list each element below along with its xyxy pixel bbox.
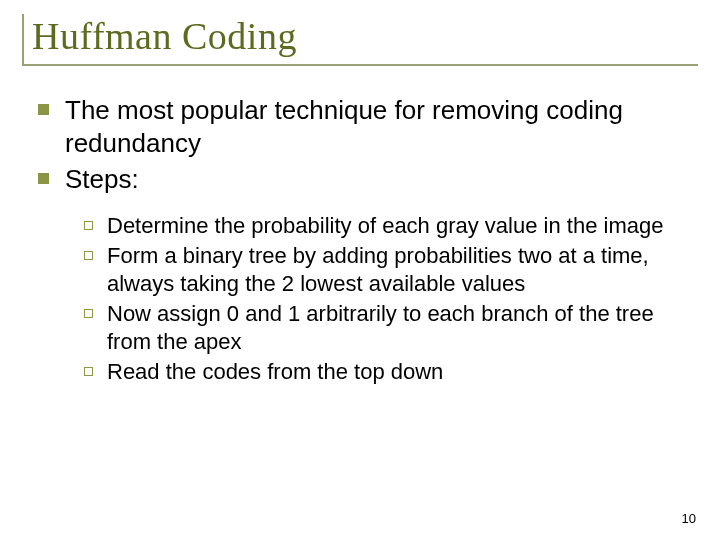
bullet-text: Steps:: [65, 163, 139, 196]
square-bullet-icon: [38, 173, 49, 184]
sub-bullet-text: Form a binary tree by adding probabiliti…: [107, 242, 698, 298]
page-number: 10: [682, 511, 696, 526]
title-container: Huffman Coding: [22, 14, 698, 66]
sub-bullet-text: Determine the probability of each gray v…: [107, 212, 663, 240]
sub-list: Determine the probability of each gray v…: [38, 212, 698, 387]
list-item: The most popular technique for removing …: [38, 94, 698, 159]
list-item: Read the codes from the top down: [84, 358, 698, 386]
hollow-square-bullet-icon: [84, 221, 93, 230]
bullet-text: The most popular technique for removing …: [65, 94, 698, 159]
hollow-square-bullet-icon: [84, 251, 93, 260]
list-item: Determine the probability of each gray v…: [84, 212, 698, 240]
hollow-square-bullet-icon: [84, 309, 93, 318]
list-item: Now assign 0 and 1 arbitrarily to each b…: [84, 300, 698, 356]
content-area: The most popular technique for removing …: [22, 94, 698, 386]
sub-bullet-text: Now assign 0 and 1 arbitrarily to each b…: [107, 300, 698, 356]
list-item: Form a binary tree by adding probabiliti…: [84, 242, 698, 298]
sub-bullet-text: Read the codes from the top down: [107, 358, 443, 386]
square-bullet-icon: [38, 104, 49, 115]
hollow-square-bullet-icon: [84, 367, 93, 376]
slide: Huffman Coding The most popular techniqu…: [0, 0, 720, 540]
slide-title: Huffman Coding: [32, 14, 698, 58]
list-item: Steps:: [38, 163, 698, 196]
